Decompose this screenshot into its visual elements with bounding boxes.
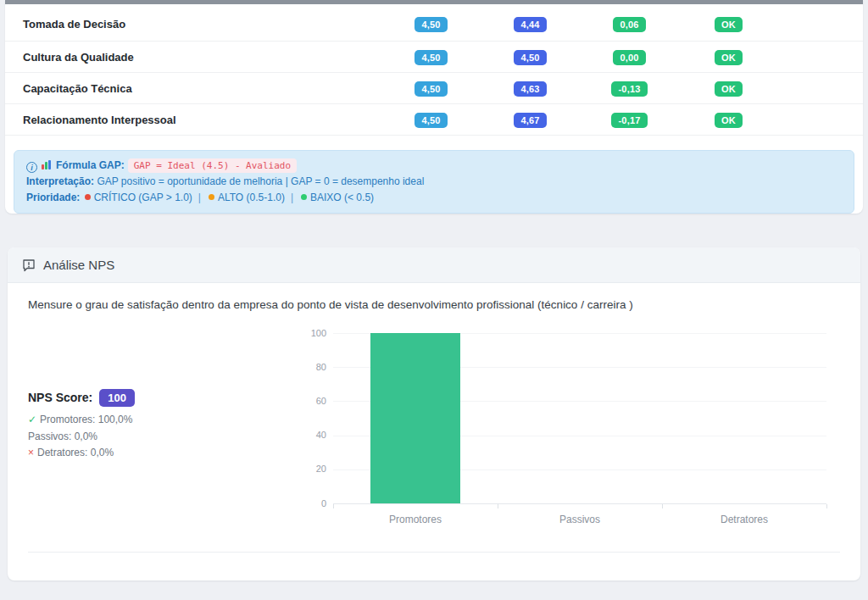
x-axis-label-promotores: Promotores bbox=[333, 514, 498, 525]
passives-stat: Passivos: 0,0% bbox=[28, 429, 299, 446]
gap-badge-cell: -0,17 bbox=[580, 112, 679, 128]
ideal-badge: 4,50 bbox=[415, 113, 447, 128]
report-page: Tomada de Decisão4,504,440,06OKCultura d… bbox=[0, 0, 868, 600]
chart-plot-area bbox=[333, 333, 826, 503]
avaliado-badge: 4,67 bbox=[514, 113, 546, 128]
gap-badge-cell: -0,13 bbox=[580, 81, 679, 97]
nps-bar-chart: 100806040200PromotoresPassivosDetratores bbox=[299, 331, 840, 531]
avaliado-badge: 4,63 bbox=[514, 81, 546, 97]
priority-dot bbox=[209, 194, 214, 200]
priority-line: Prioridade: CRÍTICO (GAP > 1.0)|ALTO (0.… bbox=[26, 190, 842, 206]
nps-card-title: Análise NPS bbox=[43, 258, 114, 272]
ideal-badge: 4,50 bbox=[415, 50, 447, 65]
interpretation-label: Interpretação: bbox=[26, 175, 94, 187]
bar-chart-icon bbox=[42, 160, 51, 169]
cross-icon: × bbox=[28, 447, 34, 458]
nps-card-header: Análise NPS bbox=[8, 247, 860, 283]
nps-score-line: NPS Score:100 bbox=[28, 391, 299, 404]
status-badge-cell: OK bbox=[679, 112, 778, 128]
promoters-stat: ✓Promotores: 100,0% bbox=[28, 412, 299, 429]
gap-badge: 0,00 bbox=[613, 50, 645, 65]
detractors-text: Detratores: 0,0% bbox=[37, 447, 114, 458]
competency-name: Capacitação Técnica bbox=[5, 82, 381, 95]
check-icon: ✓ bbox=[28, 414, 36, 425]
status-badge: OK bbox=[715, 113, 743, 128]
ideal-badge-cell: 4,50 bbox=[381, 81, 481, 97]
x-axis-label-detratores: Detratores bbox=[662, 514, 826, 525]
interpretation-line: Interpretação: GAP positivo = oportunida… bbox=[26, 174, 842, 190]
status-badge: OK bbox=[715, 17, 743, 32]
priority-separator: | bbox=[198, 192, 201, 203]
gap-table-row: Tomada de Decisão4,504,440,06OK bbox=[5, 4, 863, 42]
promoters-text: Promotores: 100,0% bbox=[40, 414, 132, 425]
priority-dot bbox=[85, 194, 91, 200]
nps-summary: NPS Score:100 ✓Promotores: 100,0% Passiv… bbox=[28, 331, 299, 531]
priority-item-label: ALTO (0.5-1.0) bbox=[218, 192, 285, 203]
priority-separator: | bbox=[291, 192, 293, 203]
y-axis-tick-label: 80 bbox=[299, 362, 326, 372]
gap-badge: 0,06 bbox=[613, 17, 645, 32]
priority-dot bbox=[301, 194, 307, 200]
nps-description: Mensure o grau de satisfação dentro da e… bbox=[28, 298, 840, 311]
gap-badge-cell: 0,06 bbox=[580, 16, 679, 32]
gap-badge: -0,13 bbox=[611, 81, 647, 97]
status-badge-cell: OK bbox=[679, 81, 778, 97]
y-axis-tick-label: 100 bbox=[299, 328, 326, 338]
gap-analysis-card: Tomada de Decisão4,504,440,06OKCultura d… bbox=[5, 0, 863, 214]
formula-code: GAP = Ideal (4.5) - Avaliado bbox=[128, 158, 297, 173]
ideal-badge-cell: 4,50 bbox=[381, 112, 481, 128]
priority-label: Prioridade: bbox=[26, 192, 80, 203]
gap-table-row: Capacitação Técnica4,504,63-0,13OK bbox=[5, 73, 863, 104]
chat-exclamation-icon bbox=[22, 258, 36, 272]
formula-line: iFórmula GAP:GAP = Ideal (4.5) - Avaliad… bbox=[26, 158, 842, 174]
bar-section-detratores bbox=[662, 333, 826, 503]
x-axis-label-passivos: Passivos bbox=[498, 514, 662, 525]
formula-label: Fórmula GAP: bbox=[56, 159, 125, 171]
avaliado-badge-cell: 4,50 bbox=[481, 49, 580, 65]
y-axis-tick-label: 20 bbox=[299, 464, 326, 474]
passives-text: Passivos: 0,0% bbox=[28, 431, 97, 442]
ideal-badge: 4,50 bbox=[415, 17, 447, 32]
status-badge-cell: OK bbox=[679, 49, 778, 65]
status-badge-cell: OK bbox=[679, 16, 778, 32]
gap-formula-alert: iFórmula GAP:GAP = Ideal (4.5) - Avaliad… bbox=[14, 150, 854, 214]
gap-table-row: Cultura da Qualidade4,504,500,00OK bbox=[5, 42, 863, 73]
y-axis-tick-label: 60 bbox=[299, 396, 326, 406]
avaliado-badge-cell: 4,63 bbox=[481, 81, 580, 97]
info-icon: i bbox=[26, 162, 37, 173]
nps-content-row: NPS Score:100 ✓Promotores: 100,0% Passiv… bbox=[28, 331, 840, 531]
bar-promotores[interactable] bbox=[370, 333, 461, 503]
bar-section-promotores bbox=[333, 333, 498, 503]
bar-section-passivos bbox=[498, 333, 662, 503]
priority-item-label: CRÍTICO (GAP > 1.0) bbox=[94, 192, 192, 203]
competency-name: Cultura da Qualidade bbox=[5, 51, 381, 64]
competency-name: Tomada de Decisão bbox=[5, 18, 381, 31]
footer-space bbox=[28, 553, 840, 581]
nps-score-badge: 100 bbox=[99, 389, 135, 407]
avaliado-badge-cell: 4,44 bbox=[481, 16, 580, 32]
competency-name: Relacionamento Interpessoal bbox=[5, 114, 381, 126]
ideal-badge-cell: 4,50 bbox=[381, 49, 481, 65]
avaliado-badge: 4,50 bbox=[514, 50, 546, 65]
nps-card: Análise NPS Mensure o grau de satisfação… bbox=[8, 247, 860, 581]
gap-table: Tomada de Decisão4,504,440,06OKCultura d… bbox=[5, 4, 863, 136]
gap-table-row: Relacionamento Interpessoal4,504,67-0,17… bbox=[5, 104, 863, 136]
x-axis-ticks bbox=[333, 504, 826, 509]
interpretation-text: GAP positivo = oportunidade de melhoria … bbox=[97, 175, 424, 187]
avaliado-badge: 4,44 bbox=[514, 17, 546, 32]
gap-badge-cell: 0,00 bbox=[580, 49, 679, 65]
nps-card-body: Mensure o grau de satisfação dentro da e… bbox=[8, 283, 860, 581]
y-axis-tick-label: 40 bbox=[299, 430, 326, 440]
priority-item-label: BAIXO (< 0.5) bbox=[310, 192, 374, 203]
nps-score-label: NPS Score: bbox=[28, 391, 92, 404]
ideal-badge-cell: 4,50 bbox=[381, 16, 481, 32]
status-badge: OK bbox=[715, 81, 743, 97]
avaliado-badge-cell: 4,67 bbox=[481, 112, 580, 128]
gap-badge: -0,17 bbox=[611, 113, 647, 128]
ideal-badge: 4,50 bbox=[415, 81, 447, 97]
status-badge: OK bbox=[715, 50, 743, 65]
y-axis-tick-label: 0 bbox=[299, 498, 326, 508]
detractors-stat: ×Detratores: 0,0% bbox=[28, 445, 299, 462]
x-axis-labels: PromotoresPassivosDetratores bbox=[333, 514, 826, 525]
